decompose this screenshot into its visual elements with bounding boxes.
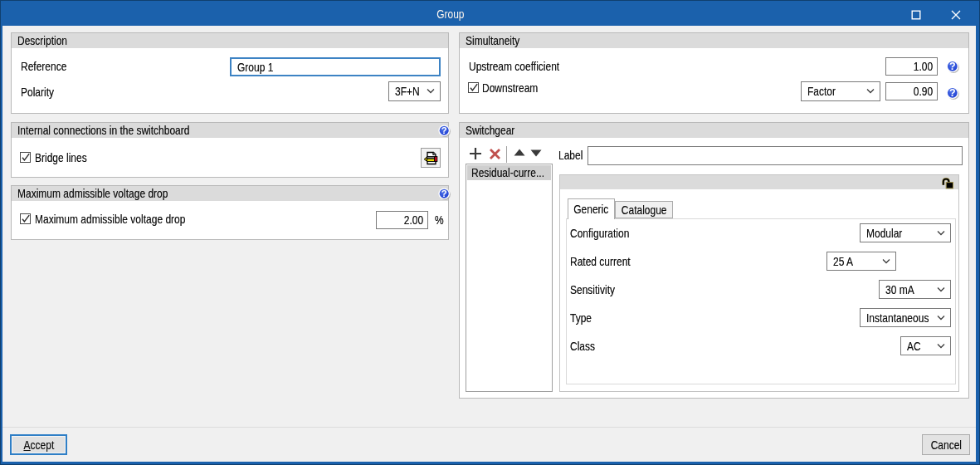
svg-text:?: ? [949, 87, 956, 99]
svg-text:?: ? [949, 61, 956, 72]
svg-text:?: ? [441, 188, 447, 198]
svg-text:?: ? [441, 125, 447, 135]
